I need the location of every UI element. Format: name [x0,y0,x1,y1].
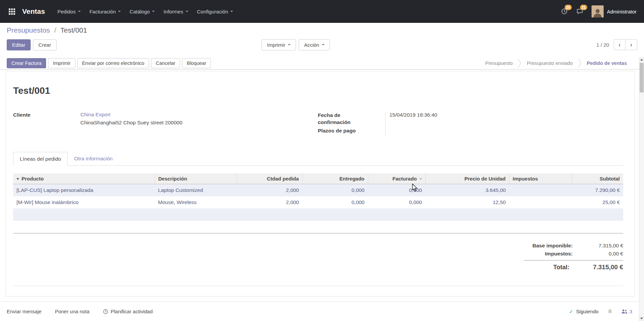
followers-button[interactable]: 3 [621,309,632,314]
column-header-ctdad-pedida[interactable]: Ctdad pedida [237,173,302,184]
totals: Base imponible: 7.315,00 € Impuestos: 0,… [13,242,623,272]
log-note-button[interactable]: Poner una nota [55,309,89,314]
column-header-producto[interactable]: Producto [13,173,155,184]
print-dropdown-button[interactable]: Imprimir [262,39,296,50]
apps-menu-button[interactable] [5,4,19,18]
pager-previous-button[interactable]: ‹ [614,39,626,50]
triangle-down-icon [640,318,643,321]
following-label: Siguiendo [576,309,599,314]
check-icon: ✓ [569,309,573,315]
cell-facturado: 0,000 [368,184,425,197]
state-presupuesto[interactable]: Presupuesto [480,57,518,69]
apps-grid-icon [9,8,15,15]
order-line-row[interactable]: [M-Wir] Mouse inalámbrico Mouse, Wireles… [13,196,623,208]
menu-informes-label: Informes [163,9,183,14]
activities-button[interactable]: 16 [561,8,568,15]
scroll-up-button[interactable] [639,57,644,62]
customer-address: ChinaShanghai52 Chop Suey street 200000 [80,120,182,126]
tab-order-lines[interactable]: Líneas del pedido [13,152,68,166]
menu-pedidos[interactable]: Pedidos [53,0,85,23]
triangle-up-icon [640,57,643,61]
payment-terms-value[interactable] [385,127,623,136]
column-header-facturado[interactable]: Facturado [368,173,425,184]
cell-producto: [LAP-CUS] Laptop personalizada [13,184,155,197]
confirmation-date-field: Fecha de confirmación 15/04/2019 18:36:4… [318,112,623,127]
chatter-bar: Enviar mensaje Poner una nota Planificar… [0,302,639,321]
action-dropdown-button[interactable]: Acción [299,39,330,50]
create-button[interactable]: Crear [33,39,56,50]
cell-descripcion: Mouse, Wireless [155,196,237,208]
menu-configuracion[interactable]: Configuración [193,0,238,23]
menu-facturacion-label: Facturación [89,9,116,14]
field-group: Cliente China Export ChinaShanghai52 Cho… [13,112,623,136]
followers-count: 3 [630,309,632,314]
app-name[interactable]: Ventas [22,7,45,15]
systray: 16 21 Administrator [561,5,637,17]
customer-name-link[interactable]: China Export [80,112,182,118]
column-header-entregado[interactable]: Entregado [302,173,368,184]
print-button[interactable]: Imprimir [48,58,75,68]
send-message-button[interactable]: Enviar mensaje [7,309,41,314]
customer-field: Cliente China Export ChinaShanghai52 Cho… [13,112,318,126]
menu-informes[interactable]: Informes [159,0,192,23]
chevron-left-icon: ‹ [618,41,620,48]
payment-terms-label: Plazos de pago [318,127,385,136]
cell-precio: 3.645,00 [425,184,509,197]
customer-value: China Export ChinaShanghai52 Chop Suey s… [80,112,182,126]
schedule-activity-button[interactable]: Planificar actividad [103,309,153,314]
sort-desc-icon [16,178,19,181]
total-row: Total: 7.315,00 € [524,260,623,272]
bell-icon[interactable] [607,309,613,314]
document-title: Test/001 [13,85,50,96]
activities-badge: 16 [565,5,572,10]
lock-button[interactable]: Bloquear [182,58,211,68]
breadcrumb: Presupuestos / Test/001 [7,26,87,34]
menu-catalogo-label: Catálogo [129,9,150,14]
pager-buttons: ‹ › [614,39,637,50]
user-menu[interactable]: Administrator [592,5,637,17]
state-pedido-de-ventas[interactable]: Pedido de ventas [581,57,632,69]
column-header-subtotal[interactable]: Subtotal [572,173,623,184]
caret-down-icon [230,11,233,12]
menu-pedidos-label: Pedidos [58,9,76,14]
column-header-precio-unidad[interactable]: Precio de Unidad [425,173,509,184]
column-header-descripcion[interactable]: Descripción [155,173,237,184]
create-invoice-button[interactable]: Crear Factura [7,58,46,68]
action-dropdowns: Imprimir Acción [262,39,330,50]
payment-terms-field: Plazos de pago [318,127,623,136]
breadcrumb-parent-link[interactable]: Presupuestos [7,26,50,34]
menu-facturacion[interactable]: Facturación [85,0,125,23]
scrollbar-thumb[interactable] [640,63,644,92]
cell-descripcion: Laptop Customized [155,184,237,197]
print-dropdown-label: Imprimir [267,42,285,48]
cell-producto: [M-Wir] Mouse inalámbrico [13,196,155,208]
breadcrumb-current: Test/001 [61,26,87,34]
user-name: Administrator [607,9,637,14]
messages-button[interactable]: 21 [576,8,583,15]
menu-catalogo[interactable]: Catálogo [125,0,159,23]
chevron-separator-icon [518,58,521,68]
person-icon [593,7,603,17]
tab-other-info[interactable]: Otra información [68,152,119,165]
form-sheet: Test/001 Cliente China Export ChinaShang… [6,71,635,296]
section-separator [13,233,623,234]
order-line-empty-row[interactable] [13,208,623,221]
edit-button[interactable]: Editar [7,39,31,50]
total-value: 7.315,00 € [569,264,623,271]
right-field-column: Fecha de confirmación 15/04/2019 18:36:4… [318,112,623,136]
sort-desc-icon [419,178,422,181]
pager-next-button[interactable]: › [626,39,637,50]
order-line-row[interactable]: [LAP-CUS] Laptop personalizada Laptop Cu… [13,184,623,197]
send-by-email-button[interactable]: Enviar por correo electrónico [77,58,149,68]
cell-subtotal: 25,00 € [572,196,623,208]
vertical-scrollbar[interactable] [639,57,644,321]
caret-down-icon [322,44,325,45]
odoo-sales-order-page: Ventas Pedidos Facturación Catálogo Info… [0,0,644,321]
cancel-button[interactable]: Cancelar [151,58,180,68]
state-presupuesto-enviado[interactable]: Presupuesto enviado [521,57,578,69]
column-header-impuestos[interactable]: Impuestos [509,173,572,184]
following-toggle[interactable]: ✓ Siguiendo [569,309,598,315]
scroll-down-button[interactable] [639,316,644,321]
cell-impuestos [509,196,572,208]
cell-entregado: 0,000 [302,184,368,197]
